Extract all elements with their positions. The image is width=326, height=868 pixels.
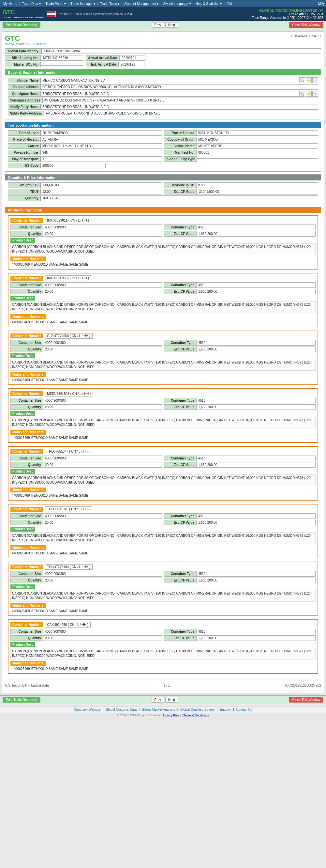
bottom-global-id: 60032019012200024982 (285, 684, 321, 687)
nav-tradedata[interactable]: Trade Data ▾ (20, 2, 42, 5)
hs-code-label: HS Code (8, 163, 40, 168)
country-origin-value: MX, MEXICO (196, 137, 318, 142)
c3-size-type: Container Size 4000*900*800 Container Ty… (10, 340, 316, 346)
c2-qty-label: Quantity (10, 289, 43, 294)
c8-size-type: Container Size 4000*900*800 Container Ty… (10, 629, 316, 634)
bol-row: Bill of Lading No. MEDUAX185249 Actual A… (5, 55, 321, 61)
bottom-record-label: U.S. Import Bill of Lading Data (5, 684, 49, 687)
c5-cf-value: 1,630,200.00 (196, 462, 316, 468)
star-icon[interactable]: ⭐ (306, 78, 312, 83)
c8-product-desc: Product Desc CARBON (CARBON BLACKS AND O… (10, 642, 316, 659)
bottom-prev-button[interactable]: Prev (152, 697, 164, 703)
c5-marks-title: Marks and Numbers (10, 488, 46, 492)
footer-privacy[interactable]: Privacy Policy (163, 714, 181, 717)
c4-qty-value: 20.00 (43, 404, 162, 410)
footer-terms[interactable]: Terms & Conditions (183, 714, 209, 717)
port-load-value: 20193, TAMPICO (40, 130, 162, 136)
c3-desc-text: CARBON (CARBON BLACKS AND OTHER FORMS OF… (10, 359, 316, 371)
c5-cf: Est. CF Value 1,630,200.00 (164, 462, 316, 468)
c5-desc-text: CARBON (CARBON BLACKS AND OTHER FORMS OF… (10, 474, 316, 486)
transport-mode-label: Way of Transport (8, 156, 40, 162)
c4-desc-text: CARBON (CARBON BLACKS AND OTHER FORMS OF… (10, 417, 316, 429)
notify-address-value: AV JORN ROBERTO MARINHO 85/CJ 18 SAO PAU… (44, 111, 318, 116)
nav-language[interactable]: Switch Language ▾ (161, 2, 193, 5)
print-button[interactable]: Print Trade Record(s) (3, 22, 40, 28)
c2-desc-title: Product Desc (10, 296, 35, 301)
expire-date: Expire After 2019-12-31 (252, 12, 323, 16)
c3-type-value: 4510 (196, 340, 316, 346)
c7-size-value: 4000*900*800 (43, 571, 162, 577)
container-number-label-6: Container Number (10, 507, 43, 512)
container-4: Container Number MEDU8361508 ( CN / L / … (8, 388, 318, 443)
port-unload-label: Port of Unload (164, 130, 196, 136)
star-icon-2[interactable]: ⭐ (306, 91, 312, 97)
footer-global-market[interactable]: Global Market Analysis (142, 708, 175, 711)
footer-contact[interactable]: Contact Us (236, 708, 252, 711)
carrier-value: MEDU: BCBL UB-MED LINE LTD. (40, 143, 162, 149)
c4-size-value: 4000*900*800 (43, 398, 162, 403)
place-receipt-label: Place of Receipt (8, 137, 40, 142)
notify-address-label: Notify Party Address (8, 111, 44, 116)
bottom-close-button[interactable]: Close This Window (289, 697, 323, 703)
nav-help[interactable]: Help & Statistics ▾ (194, 2, 224, 5)
nav-tradeportal[interactable]: Trade Portal ▾ (43, 2, 67, 5)
c2-cf: Est. CF Value 1,630,200.00 (164, 289, 316, 294)
record-date: 2019-04-04 11:34:21 (291, 34, 321, 38)
search-icon-2[interactable]: 🔍 (299, 91, 305, 97)
c4-cf: Est. CF Value 1,630,200.00 (164, 404, 316, 410)
c6-type-label: Container Type (164, 513, 196, 519)
arrival-date: Actual Arrival Date 20190121 (86, 55, 145, 61)
nav-tradetools[interactable]: Trade Tools ▾ (98, 2, 121, 5)
c2-marks: Marks and Numbers 4400023469 ITEM00010 S… (10, 314, 316, 325)
container-number-label-1: Container Number (10, 218, 43, 223)
c6-cf: Est. CF Value 1,630,200.00 (164, 520, 316, 525)
export-icon[interactable]: ↑ (312, 78, 318, 83)
nav-trademanager[interactable]: Trade Manager ▾ (69, 2, 97, 5)
arrival-date-value: 20190121 (119, 55, 145, 61)
close-button[interactable]: Close This Window (289, 22, 323, 28)
top-toolbar: Print Trade Record(s) Prev Next Close Th… (0, 21, 326, 29)
transport-row1: Port of Load 20193, TAMPICO Port of Unlo… (8, 130, 318, 136)
c8-cf: Est. CF Value 1,630,200.00 (164, 636, 316, 641)
nav-account[interactable]: Account Management ▾ (122, 2, 160, 5)
footer-global-buyers[interactable]: Global Qualified Buyers (180, 708, 215, 711)
c1-qty-label: Quantity (10, 231, 43, 237)
weight: Weight (KG) 130,416.00 (8, 182, 162, 188)
c6-qty: Quantity 20.00 (10, 520, 162, 525)
bottom-print-button[interactable]: Print Trade Record(s) (3, 697, 40, 703)
prev-button[interactable]: Prev (152, 22, 164, 28)
c8-qty-cf: Quantity 20.00 Est. CF Value 1,630,200.0… (10, 636, 316, 641)
est-cf-value: 13,041,600.00 (196, 189, 318, 194)
nav-myhome[interactable]: My Home (1, 2, 19, 5)
quantity-label: Quantity (8, 195, 40, 201)
footer-links: Company Website | Global Customs Data | … (0, 706, 326, 713)
container-3: Container Number GLDU7274060 ( CN / L / … (8, 331, 318, 385)
c7-cf-label: Est. CF Value (164, 578, 196, 583)
container-8: Container Number CAXU924950 ( CN / L / H… (8, 619, 318, 674)
c2-qty-value: 20.00 (43, 289, 162, 294)
c1-qty-value: 20.00 (43, 231, 162, 237)
c2-marks-title: Marks and Numbers (10, 314, 46, 319)
gtc-logo-tagline-inner: GLOBAL TRADE ONLINE LIMITED (5, 43, 46, 46)
c4-qty-cf: Quantity 20.00 Est. CF Value 1,630,200.0… (10, 404, 316, 410)
product-info-title: Product Information (5, 207, 321, 213)
footer-company-website[interactable]: Company Website (74, 708, 100, 711)
bottom-nav-buttons: Prev Next (152, 697, 178, 703)
in-bond-value (197, 158, 318, 160)
vessel-value: MONTE VERDE (196, 143, 318, 149)
header-left: GTC GLOBAL TRADE ONLINE LIMITED Tel: 400… (3, 9, 132, 19)
container-number-label-5: Container Number (10, 449, 43, 454)
place-receipt-value: ALTAMIRA (40, 137, 162, 142)
bottom-next-button[interactable]: Next (165, 697, 178, 703)
export-icon-2[interactable]: ↑ (312, 91, 318, 97)
footer-global-customs[interactable]: Global Customs Data (106, 708, 137, 711)
bol-label: Bill of Lading No. (5, 55, 41, 61)
next-button[interactable]: Next (165, 22, 178, 28)
nav-exit[interactable]: Exit (225, 2, 234, 5)
manifest-value: 000001 (196, 150, 318, 155)
footer-enquiry[interactable]: Enquiry (220, 708, 231, 711)
container-2: Container Number INKU6536950 ( CN / L / … (8, 273, 318, 327)
c6-cf-value: 1,630,200.00 (196, 520, 316, 525)
search-icon[interactable]: 🔍 (299, 78, 305, 83)
c4-product-desc: Product Desc CARBON (CARBON BLACKS AND O… (10, 411, 316, 429)
